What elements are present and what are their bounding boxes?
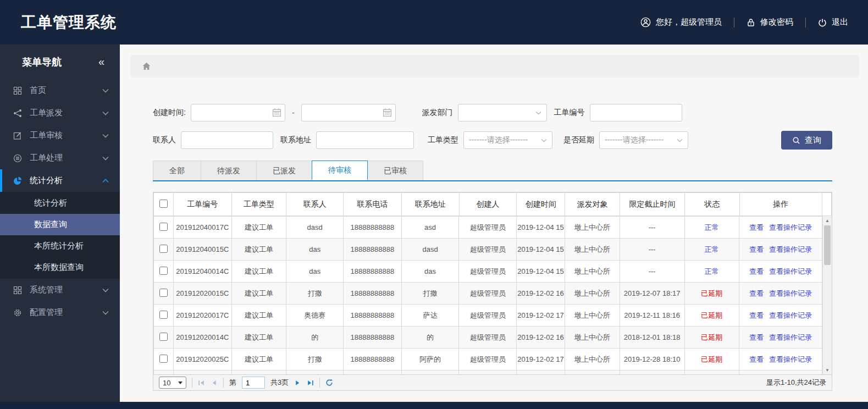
cell-order_no: 201912040017C: [173, 217, 231, 239]
scroll-down-arrow[interactable]: ▼: [823, 366, 832, 374]
view-link[interactable]: 查看: [749, 289, 764, 297]
view-link[interactable]: 查看: [749, 355, 764, 363]
sidebar-item-review[interactable]: 工单审核: [0, 124, 120, 147]
row-checkbox[interactable]: [159, 311, 168, 319]
view-link[interactable]: 查看: [749, 245, 764, 253]
view-log-link[interactable]: 查看操作记录: [769, 245, 812, 253]
page-prefix: 第: [229, 378, 236, 388]
view-log-link[interactable]: 查看操作记录: [769, 333, 812, 341]
scroll-track[interactable]: [823, 225, 832, 366]
sidebar-subitem-local-statistics[interactable]: 本所统计分析: [0, 235, 120, 257]
work-order-table: 工单编号工单类型联系人联系电话联系地址创建人创建时间派发对象限定截止时间状态操作…: [153, 192, 832, 375]
view-link[interactable]: 查看: [749, 223, 764, 231]
first-page-button[interactable]: [198, 379, 205, 386]
change-password-button[interactable]: 修改密码: [747, 17, 793, 27]
cell-status: 已延期: [684, 349, 739, 371]
header-filler-cell: [822, 193, 831, 216]
dispatch-dept-label: 派发部门: [422, 108, 453, 118]
delay-select[interactable]: -------请选择-------: [599, 131, 688, 149]
cell-type: 建议工单: [231, 349, 286, 371]
sidebar-item-config[interactable]: 配置管理: [0, 301, 120, 324]
cell-type: 建议工单: [231, 327, 286, 349]
select-all-checkbox[interactable]: [159, 200, 168, 208]
view-log-link[interactable]: 查看操作记录: [769, 289, 812, 297]
view-log-link[interactable]: 查看操作记录: [769, 355, 812, 363]
cell-empty: [231, 371, 286, 375]
search-icon: [792, 136, 800, 145]
order-no-input[interactable]: [590, 104, 682, 121]
tab-reviewed[interactable]: 已审核: [367, 161, 423, 180]
row-checkbox[interactable]: [159, 223, 168, 231]
row-checkbox[interactable]: [159, 355, 168, 363]
calendar-icon[interactable]: [383, 108, 392, 117]
view-link[interactable]: 查看: [749, 311, 764, 319]
cell-phone: 18888888888: [343, 283, 401, 305]
tab-pending-dispatch[interactable]: 待派发: [201, 161, 257, 180]
home-icon[interactable]: [142, 62, 151, 71]
chevron-down-icon: [102, 156, 109, 161]
tab-pending-review[interactable]: 待审核: [312, 161, 368, 180]
tab-dispatched[interactable]: 已派发: [256, 161, 312, 180]
pagination-bar: 10 第 共3页: [153, 375, 832, 391]
sidebar-item-system[interactable]: 系统管理: [0, 279, 120, 301]
contact-input[interactable]: [181, 131, 273, 149]
create-time-end-input[interactable]: [301, 104, 396, 121]
table-row: 201912020015C建议工单打撒18888888888打撒超级管理员201…: [154, 283, 822, 305]
sidebar-item-dispatch[interactable]: 工单派发: [0, 102, 120, 124]
sidebar-item-label: 统计分析: [30, 175, 63, 186]
logout-button[interactable]: 退出: [818, 17, 848, 27]
prev-page-button[interactable]: [211, 379, 218, 386]
cell-order_no: 201912020025C: [173, 349, 231, 371]
page-number-input[interactable]: [242, 377, 265, 389]
cell-empty: [739, 371, 822, 375]
row-checkbox[interactable]: [159, 267, 168, 275]
column-header: 工单编号: [173, 193, 231, 216]
filter-row-2: 联系人 联系地址 工单类型 -------请选择------- 是否延期 ---…: [153, 131, 832, 150]
sidebar-subitem-statistics-analysis[interactable]: 统计分析: [0, 192, 120, 214]
sidebar-collapse-icon[interactable]: «: [98, 56, 104, 68]
cell-empty: [459, 371, 517, 375]
cell-target: 墩上中心所: [565, 217, 620, 239]
cell-phone: 18888888888: [343, 217, 401, 239]
page-size-select[interactable]: 10: [159, 377, 186, 389]
order-type-value: -------请选择-------: [469, 135, 528, 145]
scroll-thumb[interactable]: [824, 225, 831, 265]
vertical-scrollbar[interactable]: ▲ ▼: [822, 216, 832, 374]
order-type-select[interactable]: -------请选择-------: [463, 131, 552, 149]
sidebar-title: 菜单导航: [22, 56, 62, 69]
sidebar-item-home[interactable]: 首页: [0, 79, 120, 102]
cell-deadline: 2019-12-11 18:16: [620, 305, 684, 327]
row-checkbox[interactable]: [159, 333, 168, 341]
sidebar-subitem-data-query[interactable]: 数据查询: [0, 214, 120, 235]
address-input[interactable]: [316, 131, 414, 149]
refresh-button[interactable]: [325, 379, 333, 386]
row-checkbox[interactable]: [159, 245, 168, 253]
cell-empty: [343, 371, 401, 375]
create-time-start-input[interactable]: [191, 104, 285, 121]
sidebar-subitem-local-data-query[interactable]: 本所数据查询: [0, 257, 120, 278]
view-log-link[interactable]: 查看操作记录: [769, 311, 812, 319]
cell-actions: 查看查看操作记录: [739, 305, 822, 327]
view-link[interactable]: 查看: [749, 267, 764, 275]
scroll-up-arrow[interactable]: ▲: [823, 216, 832, 225]
pager-divider: [223, 378, 224, 388]
calendar-icon[interactable]: [272, 108, 281, 117]
tab-all[interactable]: 全部: [153, 161, 201, 180]
sidebar-item-statistics[interactable]: 统计分析: [0, 169, 120, 192]
dispatch-dept-select[interactable]: [458, 104, 547, 121]
change-password-label: 修改密码: [760, 17, 793, 27]
view-link[interactable]: 查看: [749, 333, 764, 341]
view-log-link[interactable]: 查看操作记录: [769, 267, 812, 275]
cell-creator: 超级管理员: [459, 283, 517, 305]
sidebar-item-process[interactable]: 工单处理: [0, 147, 120, 169]
column-header: 派发对象: [565, 193, 620, 216]
cell-actions: 查看查看操作记录: [739, 349, 822, 371]
cell-status: 正常: [684, 217, 739, 239]
row-checkbox[interactable]: [159, 289, 168, 297]
select-all-cell: [154, 193, 174, 216]
next-page-button[interactable]: [294, 379, 301, 386]
last-page-button[interactable]: [307, 379, 314, 386]
view-log-link[interactable]: 查看操作记录: [769, 223, 812, 231]
row-select-cell: [154, 327, 174, 349]
search-button[interactable]: 查询: [781, 131, 832, 150]
